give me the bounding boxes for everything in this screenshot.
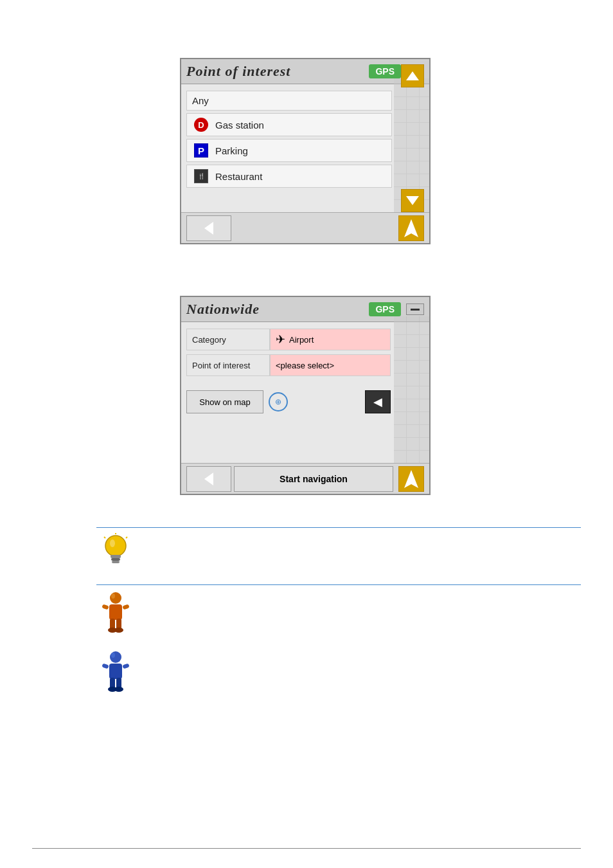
person-blue-svg: [99, 649, 132, 693]
back-arrow-icon-1: [204, 222, 213, 235]
svg-point-2: [105, 536, 126, 556]
poi-placeholder: <please select>: [276, 361, 334, 370]
restaurant-icon: 🍴: [192, 169, 210, 183]
location-button-2[interactable]: [398, 466, 424, 492]
svg-marker-0: [404, 219, 418, 237]
arrow-up-icon: [406, 71, 419, 80]
poi-panel-header: Point of interest GPS: [181, 59, 429, 84]
list-item-any[interactable]: Any: [186, 91, 392, 111]
airport-icon: ✈: [276, 332, 285, 347]
svg-rect-21: [102, 663, 109, 669]
poi-bottom-nav: [181, 212, 429, 243]
hint-row-1: [96, 533, 581, 569]
list-item-gas-station[interactable]: D Gas station: [186, 113, 392, 136]
show-on-map-button[interactable]: Show on map: [186, 390, 263, 413]
svg-marker-1: [404, 470, 418, 488]
hint-area: [96, 527, 581, 709]
location-icon-1: [404, 219, 418, 237]
svg-point-17: [114, 628, 123, 633]
category-value[interactable]: ✈ Airport: [270, 329, 391, 350]
lightbulb-svg: [100, 533, 131, 569]
list-item-restaurant[interactable]: 🍴 Restaurant: [186, 165, 392, 188]
poi-field-label: Point of interest: [186, 354, 270, 376]
bulb-icon: [96, 533, 135, 569]
back-button-1[interactable]: [186, 215, 231, 241]
svg-rect-7: [111, 558, 120, 561]
svg-point-27: [111, 653, 115, 658]
svg-line-5: [126, 537, 127, 538]
person-orange-svg: [99, 590, 132, 634]
person-blue-icon: [96, 649, 135, 693]
show-map-row: Show on map ⊕ ◀: [186, 388, 391, 416]
gas-station-icon: D: [192, 118, 210, 132]
minimize-button-2[interactable]: [406, 303, 424, 315]
hint-divider-top: [96, 527, 581, 528]
nationwide-form: Category ✈ Airport Point of interest <pl…: [181, 322, 429, 421]
compass-icon: ⊕: [269, 392, 288, 411]
category-value-text: Airport: [289, 335, 314, 345]
map-view-button[interactable]: ◀: [365, 390, 391, 413]
nationwide-bottom-nav: Start navigation: [181, 463, 429, 494]
svg-rect-8: [112, 561, 120, 563]
category-row: Category ✈ Airport: [186, 329, 391, 350]
gps-badge-2: GPS: [369, 302, 401, 316]
poi-panel: Point of interest GPS Any D Gas station …: [180, 58, 431, 244]
arrow-down-icon: [406, 196, 419, 205]
svg-point-10: [110, 592, 121, 604]
category-label: Category: [186, 329, 270, 350]
svg-rect-12: [102, 604, 109, 610]
nationwide-panel: Nationwide GPS Category ✈ Airport Point …: [180, 296, 431, 495]
nationwide-panel-title: Nationwide: [186, 301, 260, 318]
poi-list: Any D Gas station P Parking 🍴 Restaurant: [181, 84, 429, 195]
parking-icon: P: [192, 143, 210, 158]
svg-rect-6: [111, 555, 121, 558]
svg-rect-20: [109, 664, 122, 679]
svg-point-9: [110, 539, 115, 547]
poi-row: Point of interest <please select>: [186, 354, 391, 376]
gas-station-label: Gas station: [215, 120, 264, 131]
hint-row-2: [96, 590, 581, 634]
scroll-down-button[interactable]: [401, 189, 424, 212]
poi-panel-title: Point of interest: [186, 63, 290, 80]
svg-rect-22: [122, 663, 129, 669]
nationwide-panel-header: Nationwide GPS: [181, 297, 429, 322]
poi-field-value[interactable]: <please select>: [270, 354, 391, 376]
start-nav-label: Start navigation: [280, 474, 348, 484]
location-button-1[interactable]: [398, 215, 424, 241]
svg-point-19: [110, 651, 121, 663]
restaurant-label: Restaurant: [215, 171, 262, 182]
start-navigation-button[interactable]: Start navigation: [234, 466, 393, 492]
list-item-parking[interactable]: P Parking: [186, 139, 392, 162]
any-label: Any: [192, 95, 209, 106]
svg-rect-11: [109, 604, 122, 620]
show-map-label: Show on map: [199, 397, 251, 407]
svg-point-26: [114, 687, 123, 692]
parking-label: Parking: [215, 145, 248, 156]
map-view-icon: ◀: [373, 395, 382, 409]
svg-point-18: [111, 593, 115, 599]
location-icon-2: [404, 470, 418, 488]
hint-row-3: [96, 649, 581, 693]
svg-line-4: [104, 537, 105, 538]
svg-rect-13: [122, 604, 129, 610]
back-arrow-icon-2: [204, 473, 213, 485]
back-button-2[interactable]: [186, 466, 231, 492]
hint-divider-mid: [96, 584, 581, 585]
gps-badge-1: GPS: [369, 64, 401, 78]
minimize-icon-2: [411, 309, 420, 311]
person-orange-icon: [96, 590, 135, 634]
bottom-divider: [32, 848, 581, 849]
